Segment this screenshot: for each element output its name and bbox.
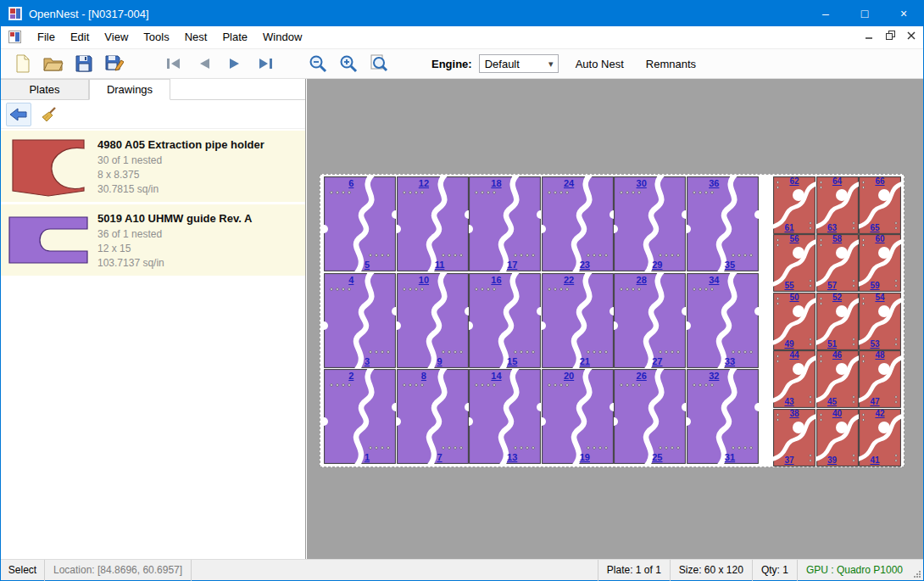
mdi-restore-button[interactable] <box>881 27 899 43</box>
zoom-in-button[interactable] <box>335 51 362 76</box>
status-qty: Qty: 1 <box>752 560 797 581</box>
drawing-nested-count: 36 of 1 nested <box>97 227 252 242</box>
document-icon[interactable] <box>8 31 22 44</box>
list-item-extraction-pipe-holder[interactable]: 4980 A05 Extraction pipe holder 30 of 1 … <box>1 131 305 202</box>
save-button[interactable] <box>70 51 97 76</box>
drawings-list: 4980 A05 Extraction pipe holder 30 of 1 … <box>1 129 305 276</box>
nested-part-pair-purple[interactable]: 21 <box>324 369 396 464</box>
nested-part-pair-purple[interactable]: 1817 <box>469 176 541 271</box>
menu-tools[interactable]: Tools <box>136 26 176 48</box>
menu-file[interactable]: File <box>30 26 63 48</box>
plate-sheet[interactable]: 6512111817242330293635431091615222128273… <box>320 174 905 467</box>
side-panel-tabs: Plates Drawings <box>1 79 305 100</box>
nested-part-pair-red[interactable]: 4443 <box>773 350 815 408</box>
close-button[interactable]: × <box>884 1 923 26</box>
nested-part-pair-red[interactable]: 4039 <box>816 409 859 466</box>
mdi-window-controls <box>860 27 921 43</box>
menu-bar: File Edit View Tools Nest Plate Window <box>1 26 923 48</box>
nested-part-pair-purple[interactable]: 3029 <box>614 176 686 271</box>
app-icon <box>8 7 22 20</box>
nest-canvas[interactable]: 6512111817242330293635431091615222128273… <box>307 79 923 559</box>
part-thumbnail-purple <box>6 209 91 271</box>
drawing-title: 4980 A05 Extraction pipe holder <box>97 138 264 151</box>
engine-label: Engine: <box>431 58 472 70</box>
side-panel: Plates Drawings 4980 A05 Extraction pipe… <box>1 79 306 559</box>
nested-part-pair-purple[interactable]: 65 <box>324 176 396 271</box>
menu-window[interactable]: Window <box>255 26 309 48</box>
menu-view[interactable]: View <box>97 26 136 48</box>
auto-nest-button[interactable]: Auto Nest <box>571 55 629 73</box>
new-file-button[interactable] <box>9 51 36 76</box>
zoom-out-button[interactable] <box>304 51 331 76</box>
menu-edit[interactable]: Edit <box>63 26 97 48</box>
menu-plate[interactable]: Plate <box>214 26 255 48</box>
window-title: OpenNest - [N0317-004] <box>29 8 149 20</box>
clear-broom-button[interactable] <box>36 103 62 126</box>
nested-part-pair-red[interactable]: 6665 <box>859 176 901 234</box>
move-back-button[interactable] <box>6 103 31 126</box>
remnants-button[interactable]: Remnants <box>641 55 701 73</box>
drawing-area: 103.7137 sq/in <box>97 256 252 271</box>
resize-grip[interactable] <box>911 560 923 581</box>
nested-part-pair-red[interactable]: 3837 <box>773 409 815 466</box>
drawings-toolbar <box>1 100 305 129</box>
nested-part-pair-red[interactable]: 4847 <box>859 350 901 408</box>
zoom-fit-button[interactable] <box>365 51 392 76</box>
nested-part-pair-purple[interactable]: 2423 <box>542 176 614 271</box>
save-as-button[interactable] <box>101 51 128 76</box>
nested-part-pair-purple[interactable]: 3231 <box>687 369 759 464</box>
nested-part-pair-red[interactable]: 6059 <box>859 234 901 292</box>
tab-strip-filler <box>170 79 305 100</box>
nested-part-pair-purple[interactable]: 3433 <box>687 273 759 368</box>
nested-part-pair-red[interactable]: 6261 <box>773 176 815 234</box>
nested-part-pair-purple[interactable]: 3635 <box>687 176 759 271</box>
tab-drawings[interactable]: Drawings <box>89 79 170 100</box>
drawing-size: 8 x 8.375 <box>97 168 264 182</box>
previous-plate-button[interactable] <box>191 51 218 76</box>
drawing-nested-count: 30 of 1 nested <box>97 154 264 168</box>
nested-part-pair-red[interactable]: 5453 <box>859 293 901 350</box>
drawing-area: 30.7815 sq/in <box>97 182 264 197</box>
mdi-close-button[interactable] <box>902 27 921 43</box>
open-file-button[interactable] <box>40 51 67 76</box>
chevron-down-icon: ▾ <box>544 59 558 70</box>
mdi-minimize-button[interactable] <box>860 27 878 43</box>
drawing-title: 5019 A10 UHMW guide Rev. A <box>97 212 252 225</box>
engine-select[interactable]: Default ▾ <box>479 54 559 73</box>
status-gpu: GPU : Quadro P1000 <box>797 560 911 581</box>
first-plate-button[interactable] <box>160 51 187 76</box>
minimize-button[interactable]: – <box>806 1 845 26</box>
nested-part-pair-purple[interactable]: 1413 <box>469 369 541 464</box>
nested-part-pair-red[interactable]: 6463 <box>816 176 859 234</box>
nested-part-pair-purple[interactable]: 1211 <box>397 176 469 271</box>
nested-part-pair-purple[interactable]: 2019 <box>542 369 614 464</box>
status-size: Size: 60 x 120 <box>670 560 752 581</box>
list-item-uhmw-guide[interactable]: 5019 A10 UHMW guide Rev. A 36 of 1 neste… <box>1 204 305 276</box>
nested-part-pair-purple[interactable]: 2827 <box>614 273 686 368</box>
nested-part-pair-purple[interactable]: 109 <box>397 273 469 368</box>
maximize-button[interactable]: □ <box>845 1 884 26</box>
nested-part-pair-red[interactable]: 5857 <box>816 234 859 292</box>
last-plate-button[interactable] <box>252 51 279 76</box>
next-plate-button[interactable] <box>221 51 248 76</box>
part-thumbnail-red <box>6 135 91 198</box>
app-window: OpenNest - [N0317-004] – □ × File Edit V… <box>0 0 924 581</box>
nested-part-pair-purple[interactable]: 2625 <box>614 369 686 464</box>
engine-selected-value: Default <box>480 58 544 70</box>
menu-nest[interactable]: Nest <box>177 26 215 48</box>
nested-part-pair-red[interactable]: 4241 <box>859 409 901 466</box>
nested-part-pair-purple[interactable]: 87 <box>397 369 469 464</box>
nested-part-pair-purple[interactable]: 2221 <box>542 273 614 368</box>
status-bar: Select Location: [84.8696, 60.6957] Plat… <box>1 559 923 580</box>
tab-plates[interactable]: Plates <box>1 79 89 100</box>
nested-part-pair-red[interactable]: 5049 <box>773 293 815 350</box>
nested-part-pair-red[interactable]: 5655 <box>773 234 815 292</box>
nested-part-pair-purple[interactable]: 43 <box>324 273 396 368</box>
nested-part-pair-red[interactable]: 4645 <box>816 350 859 408</box>
drawing-size: 12 x 15 <box>97 242 252 256</box>
nested-part-pair-red[interactable]: 5251 <box>816 293 859 350</box>
nested-part-pair-purple[interactable]: 1615 <box>469 273 541 368</box>
title-bar: OpenNest - [N0317-004] – □ × <box>1 1 923 26</box>
main-toolbar: Engine: Default ▾ Auto Nest Remnants <box>1 48 923 79</box>
status-location: Location: [84.8696, 60.6957] <box>45 560 192 581</box>
